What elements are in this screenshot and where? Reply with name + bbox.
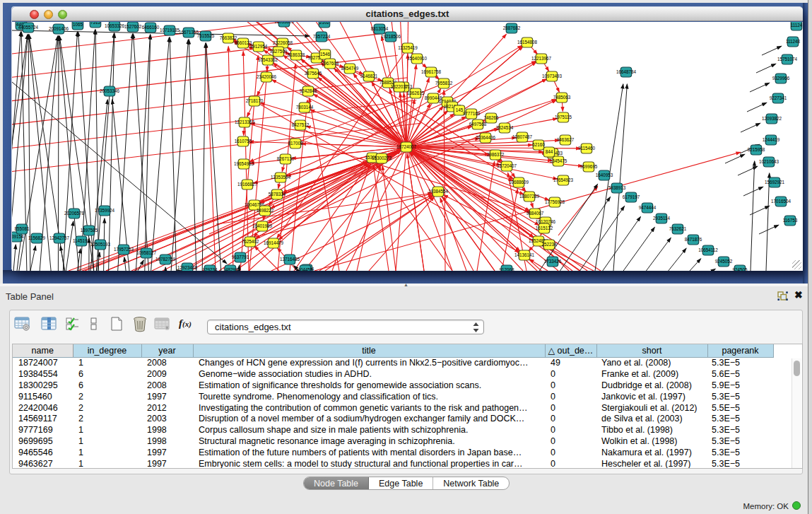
svg-text:6497568: 6497568 [469,122,487,127]
svg-text:1397585: 1397585 [81,228,98,233]
svg-text:19384554: 19384554 [428,189,449,194]
svg-text:1733426: 1733426 [544,259,562,264]
svg-text:844: 844 [546,149,553,154]
svg-text:855081: 855081 [14,226,30,231]
svg-text:6179197: 6179197 [623,194,640,199]
svg-text:8912954: 8912954 [250,44,268,49]
svg-text:1362615: 1362615 [407,90,425,95]
svg-text:12505193: 12505193 [90,242,111,247]
svg-text:10719185: 10719185 [160,28,180,33]
svg-text:817008: 817008 [288,141,303,146]
svg-text:7515: 7515 [90,22,101,25]
svg-text:20364436: 20364436 [476,135,496,140]
svg-text:7955812: 7955812 [435,81,453,86]
svg-text:12093822: 12093822 [762,116,782,121]
svg-text:1156829: 1156829 [28,235,46,240]
svg-text:2887682: 2887682 [503,25,521,30]
svg-text:8454749: 8454749 [341,66,359,71]
svg-text:20091406: 20091406 [49,26,69,31]
svg-text:3824534: 3824534 [496,125,514,130]
svg-text:7485063: 7485063 [553,95,571,100]
svg-text:10973493: 10973493 [542,74,563,78]
svg-text:7625402: 7625402 [242,239,259,244]
svg-text:17654923: 17654923 [553,177,574,182]
svg-text:19166827: 19166827 [237,182,258,187]
svg-text:116753: 116753 [783,218,798,223]
svg-text:9463627: 9463627 [557,137,575,142]
svg-text:10958127: 10958127 [136,250,157,255]
svg-text:11124: 11124 [791,23,803,28]
svg-text:10654112: 10654112 [698,247,718,252]
svg-text:17756928: 17756928 [545,199,565,204]
svg-text:9777169: 9777169 [463,111,481,116]
svg-text:16154808: 16154808 [517,40,538,45]
svg-text:1975115: 1975115 [555,115,572,119]
svg-text:9327509: 9327509 [270,49,288,54]
svg-text:10807487: 10807487 [512,134,533,139]
svg-text:9637791: 9637791 [232,255,249,259]
svg-text:9115460: 9115460 [578,146,596,151]
svg-text:1345475: 1345475 [550,158,567,163]
svg-text:2967608: 2967608 [322,61,339,66]
svg-text:15300273: 15300273 [372,156,392,160]
svg-text:924505: 924505 [732,267,748,271]
svg-text:15692921: 15692921 [765,180,785,185]
svg-text:10210643: 10210643 [759,159,779,164]
svg-text:14136141: 14136141 [514,252,535,257]
svg-text:13353594: 13353594 [271,175,291,180]
svg-text:16648784: 16648784 [616,69,637,74]
svg-text:12213363: 12213363 [235,119,255,124]
svg-text:10688609: 10688609 [509,180,529,185]
svg-text:1244419: 1244419 [763,137,780,142]
svg-text:746266: 746266 [483,115,499,120]
svg-text:8267130: 8267130 [277,156,295,161]
svg-text:6466160: 6466160 [142,25,160,30]
svg-text:18807289: 18807289 [519,194,540,199]
svg-text:23420046: 23420046 [257,74,277,79]
svg-text:7357224: 7357224 [313,34,331,39]
svg-text:19654983: 19654983 [234,161,254,166]
svg-text:15640910: 15640910 [407,56,428,61]
svg-text:17957253: 17957253 [114,247,134,252]
svg-text:13716485: 13716485 [280,257,300,262]
svg-text:9245052: 9245052 [715,259,733,264]
svg-text:17359924: 17359924 [95,208,115,213]
svg-text:8427512: 8427512 [292,122,310,127]
svg-text:16961758: 16961758 [421,69,442,74]
svg-text:7803144: 7803144 [296,105,314,110]
svg-text:8813054: 8813054 [371,26,389,31]
svg-text:148291: 148291 [223,267,238,271]
svg-text:11325419: 11325419 [398,45,418,50]
svg-text:62160: 62160 [532,142,545,147]
svg-text:9884067: 9884067 [526,211,544,216]
svg-text:7515525: 7515525 [197,33,215,38]
svg-text:1527602: 1527602 [124,24,142,29]
svg-text:10653326: 10653326 [105,23,125,28]
svg-text:12942757: 12942757 [49,235,70,240]
svg-text:2986372: 2986372 [487,152,505,157]
svg-text:1640953: 1640953 [596,173,613,177]
svg-text:19218506: 19218506 [381,34,401,39]
svg-text:16671355: 16671355 [179,30,199,35]
svg-text:20206578: 20206578 [64,211,85,216]
svg-text:1065: 1065 [73,22,83,27]
svg-text:10782759: 10782759 [155,257,176,262]
svg-text:1610755: 1610755 [235,139,252,144]
svg-text:8215958: 8215958 [748,147,765,152]
svg-text:2718170: 2718170 [246,98,264,103]
svg-text:15720407: 15720407 [497,163,517,168]
svg-text:2102: 2102 [319,22,330,25]
svg-text:17016504: 17016504 [771,199,792,204]
svg-text:139154: 139154 [12,234,24,239]
svg-text:16914479: 16914479 [264,240,284,245]
svg-text:8471876: 8471876 [685,237,702,242]
svg-text:1145191: 1145191 [73,238,90,243]
svg-text:9242848: 9242848 [300,88,317,93]
svg-text:23226058: 23226058 [273,40,293,45]
svg-text:7663822: 7663822 [220,35,237,40]
svg-text:20053346: 20053346 [100,88,120,93]
svg-text:9699695: 9699695 [580,164,598,169]
svg-text:252234: 252234 [541,242,557,247]
svg-text:9474444: 9474444 [639,205,657,210]
svg-text:5878334: 5878334 [269,192,286,197]
